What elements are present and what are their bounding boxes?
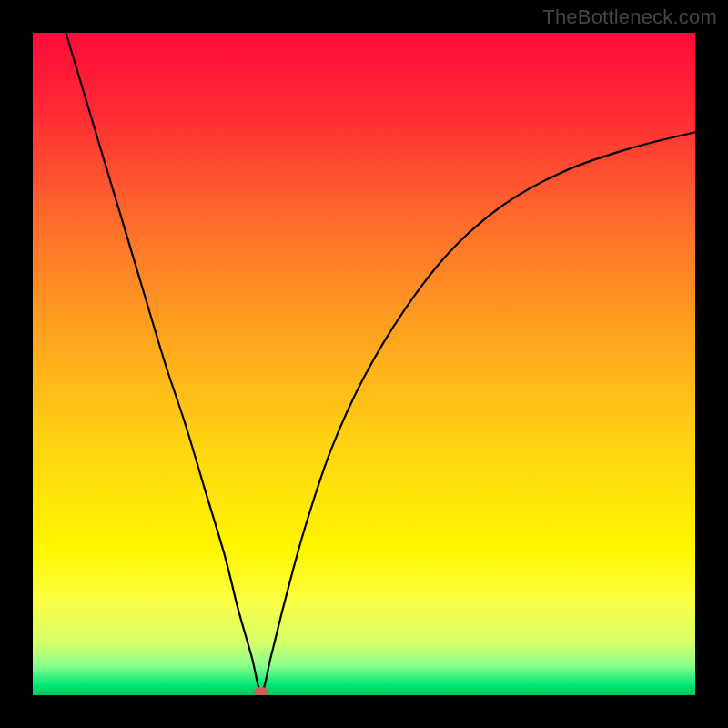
minimum-marker: [254, 687, 268, 695]
bottleneck-curve: [33, 33, 695, 695]
watermark-text: TheBottleneck.com: [542, 5, 717, 29]
plot-area: [33, 33, 695, 695]
chart-frame: TheBottleneck.com: [0, 0, 728, 728]
